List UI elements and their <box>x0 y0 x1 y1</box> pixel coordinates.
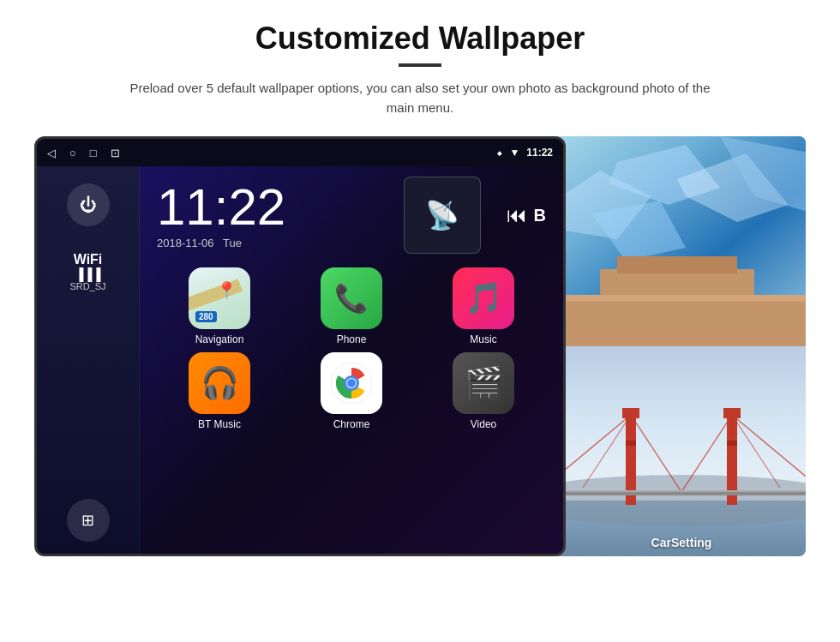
clock-date: 2018-11-06 Tue <box>157 237 378 249</box>
music-app-label: Music <box>470 333 496 345</box>
media-controls: ⏮ B <box>507 203 546 227</box>
wifi-label: WiFi <box>69 252 105 267</box>
wifi-status-icon: ▼ <box>509 147 519 159</box>
bridge-wallpaper-preview[interactable]: CarSetting <box>557 346 806 556</box>
app-item-navigation[interactable]: 📍 280 Navigation <box>157 267 282 345</box>
apps-grid-button[interactable]: ⊞ <box>67 499 110 542</box>
status-left: ◁ ○ □ ⊡ <box>47 147 120 159</box>
svg-rect-11 <box>557 295 806 302</box>
phone-app-label: Phone <box>337 333 367 345</box>
navigation-app-label: Navigation <box>195 333 244 345</box>
clapperboard-icon: 🎬 <box>465 365 503 401</box>
android-device: ◁ ○ □ ⊡ ⬥ ▼ 11:22 ⏻ Wi <box>34 136 566 556</box>
chrome-app-label: Chrome <box>333 418 370 430</box>
chrome-app-icon <box>321 352 382 414</box>
svg-rect-10 <box>557 295 806 346</box>
prev-track-icon[interactable]: ⏮ <box>507 203 527 227</box>
back-icon[interactable]: ◁ <box>47 147 56 159</box>
headphone-icon: 🎧 <box>201 365 239 401</box>
app-item-phone[interactable]: 📞 Phone <box>289 267 414 345</box>
map-pin: 📍 <box>216 280 237 301</box>
video-app-icon: 🎬 <box>453 352 514 414</box>
title-divider <box>399 63 441 67</box>
app-item-chrome[interactable]: Chrome <box>289 352 414 430</box>
page-title: Customized Wallpaper <box>255 21 585 57</box>
ice-wallpaper-preview[interactable] <box>557 136 806 346</box>
page-container: Customized Wallpaper Preload over 5 defa… <box>0 0 840 642</box>
phone-icon: 📞 <box>334 282 369 315</box>
home-icon[interactable]: ○ <box>69 147 76 159</box>
app-item-music[interactable]: 🎵 Music <box>421 267 546 345</box>
page-subtitle: Preload over 5 default wallpaper options… <box>120 79 720 117</box>
svg-rect-13 <box>617 256 737 273</box>
music-app-icon: 🎵 <box>453 267 514 329</box>
wifi-info: WiFi ▐▐▐ SRD_SJ <box>69 252 105 291</box>
clock-info: 11:22 2018-11-06 Tue <box>157 182 378 249</box>
svg-rect-32 <box>557 490 806 492</box>
svg-rect-21 <box>626 441 636 446</box>
wifi-network: SRD_SJ <box>69 281 105 291</box>
ice-wallpaper-bg <box>557 136 806 346</box>
app-item-btmusic[interactable]: 🎧 BT Music <box>157 352 282 430</box>
app-item-video[interactable]: 🎬 Video <box>421 352 546 430</box>
svg-point-16 <box>557 475 806 526</box>
svg-point-3 <box>347 379 356 387</box>
content-row: ◁ ○ □ ⊡ ⬥ ▼ 11:22 ⏻ Wi <box>34 136 806 556</box>
ice-wallpaper-svg <box>557 136 806 346</box>
status-bar: ◁ ○ □ ⊡ ⬥ ▼ 11:22 <box>37 139 563 166</box>
btmusic-app-icon: 🎧 <box>189 352 250 414</box>
location-icon: ⬥ <box>496 147 502 159</box>
clock-area: 11:22 2018-11-06 Tue 📡 ⏮ B <box>140 166 563 254</box>
phone-app-icon: 📞 <box>321 267 382 329</box>
power-button[interactable]: ⏻ <box>67 183 110 226</box>
svg-rect-22 <box>727 441 737 446</box>
map-badge: 280 <box>195 311 217 322</box>
recents-icon[interactable]: □ <box>90 147 97 159</box>
power-icon: ⏻ <box>80 195 97 215</box>
screen-body: ⏻ WiFi ▐▐▐ SRD_SJ ⊞ <box>37 166 563 556</box>
btmusic-app-label: BT Music <box>198 418 241 430</box>
clock-time: 11:22 <box>157 182 378 233</box>
main-content: 11:22 2018-11-06 Tue 📡 ⏮ B <box>140 166 563 556</box>
screenshot-icon[interactable]: ⊡ <box>111 147 120 159</box>
grid-icon: ⊞ <box>81 511 94 530</box>
bridge-wallpaper-svg <box>557 346 806 556</box>
car-setting-label: CarSetting <box>557 536 806 549</box>
status-right: ⬥ ▼ 11:22 <box>496 147 553 159</box>
video-app-label: Video <box>471 418 496 430</box>
media-signal-icon: 📡 <box>425 199 459 231</box>
music-icon: 🎵 <box>465 280 503 316</box>
navigation-app-icon: 📍 280 <box>189 267 250 329</box>
status-time: 11:22 <box>526 147 553 159</box>
wifi-bars-icon: ▐▐▐ <box>69 267 105 281</box>
chrome-svg <box>329 361 374 405</box>
sidebar: ⏻ WiFi ▐▐▐ SRD_SJ ⊞ <box>37 166 140 556</box>
media-label: B <box>534 206 546 225</box>
wallpaper-previews: CarSetting <box>557 136 806 556</box>
media-widget: 📡 <box>404 177 481 254</box>
app-grid: 📍 280 Navigation 📞 Phone <box>140 254 563 444</box>
